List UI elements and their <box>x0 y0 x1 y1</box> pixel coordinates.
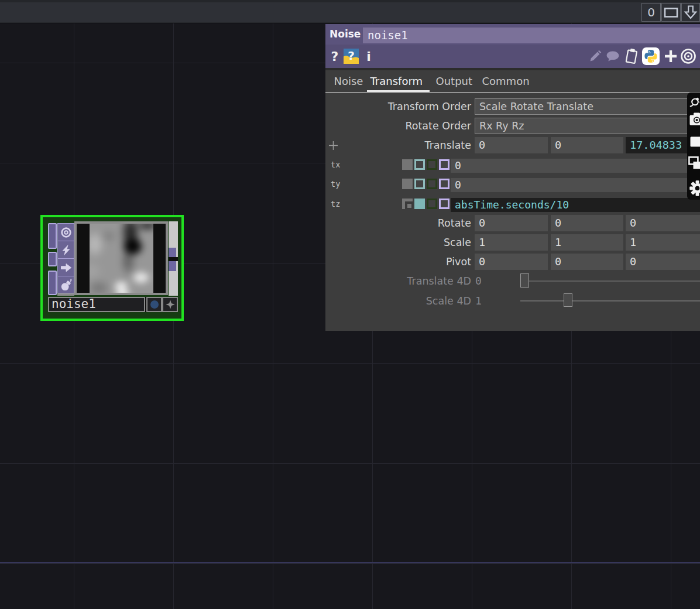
scale4d-slider-track[interactable] <box>520 300 700 302</box>
pivot-y-field[interactable]: 0 <box>551 254 623 270</box>
frame-counter-label: 0 <box>647 5 655 19</box>
translate-x-field[interactable]: 0 <box>475 137 548 153</box>
transform-order-menu[interactable]: Scale Rotate Translate <box>475 98 700 115</box>
python-mode-button[interactable] <box>641 45 660 68</box>
mode-bind-toggle[interactable] <box>439 199 449 209</box>
node-connector-tab[interactable] <box>48 223 57 249</box>
pivot-x-field[interactable]: 0 <box>475 254 548 270</box>
mode-export-toggle[interactable] <box>427 199 437 209</box>
node-viewer[interactable] <box>74 221 168 295</box>
translate4d-slider-handle[interactable] <box>520 273 529 288</box>
camera-icon[interactable] <box>689 112 700 127</box>
node-connector-tab[interactable] <box>48 271 57 295</box>
tab-noise[interactable]: Noise <box>334 70 363 92</box>
mode-constant-toggle[interactable] <box>402 159 413 170</box>
mode-bind-toggle[interactable] <box>439 179 449 189</box>
comet-icon[interactable] <box>689 97 700 107</box>
bomb-icon <box>60 279 73 292</box>
frame-counter-button[interactable]: 0 <box>641 3 661 22</box>
tab-output[interactable]: Output <box>436 70 473 92</box>
scale-y-field[interactable]: 1 <box>551 234 623 251</box>
node-name-row: noise1 <box>48 297 178 312</box>
field-value: 0 <box>630 255 636 268</box>
comment-button[interactable] <box>605 45 621 68</box>
node-noise1[interactable]: noise1 <box>40 215 184 321</box>
viewer-ring-icon <box>60 226 73 239</box>
ty-value-field[interactable]: 0 <box>451 178 700 192</box>
parameter-dialog: Noise noise1 ? ? i <box>325 24 700 331</box>
rotate-x-field[interactable]: 0 <box>475 215 548 231</box>
param-label: Rotate Order <box>325 118 471 134</box>
edit-expression-button[interactable] <box>587 45 603 68</box>
translate4d-value: 0 <box>475 273 482 289</box>
scale-x-field[interactable]: 1 <box>475 234 548 251</box>
copy-parameters-button[interactable] <box>623 45 640 68</box>
scale4d-slider-handle[interactable] <box>564 293 572 307</box>
arrow-right-icon <box>60 261 73 274</box>
mode-constant-toggle[interactable] <box>402 179 413 189</box>
python-help-question: ? <box>344 48 359 64</box>
mode-export-toggle[interactable] <box>427 179 437 189</box>
node-band <box>57 293 74 296</box>
node-color-badge[interactable] <box>146 297 162 312</box>
field-value: 0 <box>455 179 461 191</box>
window-icon <box>664 7 678 18</box>
param-row-tx: tx 0 <box>325 156 700 176</box>
field-value: 1 <box>630 236 636 248</box>
gear-icon[interactable] <box>689 180 700 197</box>
node-arrow-button[interactable] <box>58 259 74 276</box>
field-value: 0 <box>630 217 636 229</box>
copy-parameters-icon <box>623 47 640 65</box>
dock-button[interactable] <box>681 3 700 22</box>
mode-bind-toggle[interactable] <box>439 159 449 170</box>
tx-value-field[interactable]: 0 <box>451 159 700 173</box>
param-label: Translate <box>325 137 471 153</box>
translate4d-slider-track[interactable] <box>520 280 700 282</box>
node-noise-preview <box>90 224 153 293</box>
pivot-z-field[interactable]: 0 <box>626 254 700 270</box>
tz-expression-field[interactable]: absTime.seconds/10 <box>451 198 700 212</box>
info-button[interactable]: i <box>364 45 373 68</box>
node-bomb-button[interactable] <box>58 276 74 293</box>
scale-z-field[interactable]: 1 <box>626 234 700 251</box>
mode-expression-toggle[interactable] <box>414 199 425 209</box>
node-bypass-toggle[interactable] <box>58 241 74 259</box>
node-viewer-letterbox <box>77 224 166 293</box>
translate-y-field[interactable]: 0 <box>551 137 623 153</box>
param-row-translate: Translate 0 0 17.04833 <box>325 137 700 156</box>
node-name-field[interactable]: noise1 <box>48 297 145 312</box>
tab-common[interactable]: Common <box>482 70 530 92</box>
tab-transform[interactable]: Transform <box>370 70 423 92</box>
param-row-transform-order: Transform Order Scale Rotate Translate <box>325 98 700 118</box>
param-label: tz <box>331 196 401 212</box>
field-value: absTime.seconds/10 <box>455 199 569 211</box>
noise-texture <box>90 224 153 293</box>
rotate-order-menu[interactable]: Rx Ry Rz <box>475 118 700 134</box>
mode-constant-toggle[interactable] <box>402 199 413 209</box>
window-button[interactable] <box>661 3 681 22</box>
add-parameters-button[interactable] <box>663 45 679 68</box>
help-button[interactable]: ? <box>328 45 342 68</box>
rotate-z-field[interactable]: 0 <box>626 215 700 231</box>
node-output-connector[interactable] <box>169 248 176 257</box>
concentric-rings-button[interactable] <box>680 45 697 68</box>
mode-expression-toggle[interactable] <box>414 159 425 170</box>
filled-rectangle-icon[interactable] <box>690 136 700 147</box>
rotate-y-field[interactable]: 0 <box>551 215 623 231</box>
node-output-connector[interactable] <box>169 261 176 271</box>
node-viewer-toggle[interactable] <box>58 224 74 241</box>
dialog-header: Noise noise1 <box>325 24 700 45</box>
python-help-button[interactable]: ? <box>343 45 359 68</box>
top-bar: 0 <box>0 0 700 23</box>
operator-name-field[interactable]: noise1 <box>363 28 700 43</box>
floating-viewer-icon[interactable] <box>688 156 700 172</box>
node-connector-tab[interactable] <box>48 252 57 266</box>
param-label: Transform Order <box>325 98 471 115</box>
node-flag-badge[interactable] <box>162 297 178 312</box>
param-row-scale4d: Scale 4D 1 <box>325 293 700 312</box>
mode-export-toggle[interactable] <box>427 159 437 170</box>
field-value: 0 <box>555 217 561 229</box>
field-value: 0 <box>555 139 561 151</box>
mode-expression-toggle[interactable] <box>414 179 425 189</box>
node-input-connectors <box>48 221 57 296</box>
